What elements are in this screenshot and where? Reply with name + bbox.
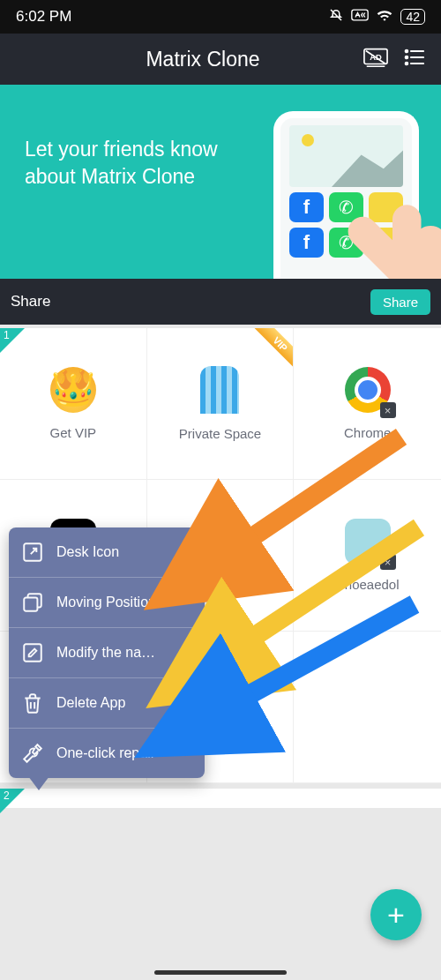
app-title: Matrix Clone xyxy=(42,48,363,71)
app-private-space[interactable]: VIP Private Space xyxy=(147,328,295,480)
clone-badge-icon xyxy=(380,402,396,418)
status-bar: 6:02 PM 42 xyxy=(0,0,441,34)
crown-icon xyxy=(50,367,96,413)
clone-badge-icon xyxy=(232,554,248,570)
context-menu: Desk Icon Moving Position Modify the na…… xyxy=(9,527,205,778)
menu-list-icon[interactable] xyxy=(404,49,425,70)
banner-text: Let your friends know about Matrix Clone xyxy=(25,136,254,191)
clone-badge-icon xyxy=(232,706,248,722)
data-icon xyxy=(351,8,369,26)
clone-badge-icon xyxy=(380,554,396,570)
shoeaedol-icon xyxy=(345,519,391,565)
stack-icon xyxy=(21,591,44,614)
menu-delete-app[interactable]: Delete App xyxy=(9,678,205,729)
page-badge: 2 xyxy=(0,789,25,813)
menu-modify-name[interactable]: Modify the na… xyxy=(9,628,205,678)
edit-icon xyxy=(21,641,44,664)
share-banner[interactable]: Let your friends know about Matrix Clone xyxy=(0,85,441,279)
chrome-icon xyxy=(345,367,391,413)
svg-point-3 xyxy=(406,50,407,52)
battery-icon: 42 xyxy=(400,9,425,25)
status-time: 6:02 PM xyxy=(16,8,71,26)
app-get-vip[interactable]: Get VIP xyxy=(0,328,147,480)
nav-handle[interactable] xyxy=(154,970,287,975)
svg-point-5 xyxy=(406,63,407,64)
menu-desk-icon[interactable]: Desk Icon xyxy=(9,527,205,578)
menu-one-click-repair[interactable]: One-click repair xyxy=(9,729,205,778)
share-label: Share xyxy=(11,293,50,310)
svg-point-4 xyxy=(406,56,407,58)
app-shoeaedol[interactable]: Shoeaedol xyxy=(294,480,441,632)
external-link-icon xyxy=(21,541,44,564)
svg-rect-7 xyxy=(24,598,37,611)
app-chrome[interactable]: Chrome xyxy=(294,328,441,480)
add-app-fab[interactable]: + xyxy=(370,889,422,940)
trash-icon xyxy=(21,692,44,714)
status-right: 42 xyxy=(328,7,425,27)
grid-page-2-peek[interactable]: 2 xyxy=(0,789,441,808)
app-header: Matrix Clone AD xyxy=(0,34,441,85)
svg-text:AD: AD xyxy=(370,53,382,62)
private-space-icon xyxy=(200,366,239,414)
no-ads-icon[interactable]: AD xyxy=(363,48,388,71)
svg-rect-8 xyxy=(24,644,41,662)
hand-illustration xyxy=(335,191,441,279)
tools-icon xyxy=(21,742,44,765)
share-button[interactable]: Share xyxy=(370,289,430,315)
share-row: Share Share xyxy=(0,279,441,325)
app-empty xyxy=(294,632,441,783)
mute-icon xyxy=(328,7,344,27)
vip-ribbon: VIP xyxy=(240,328,293,381)
wifi-icon xyxy=(376,8,393,26)
menu-moving-position[interactable]: Moving Position xyxy=(9,578,205,628)
